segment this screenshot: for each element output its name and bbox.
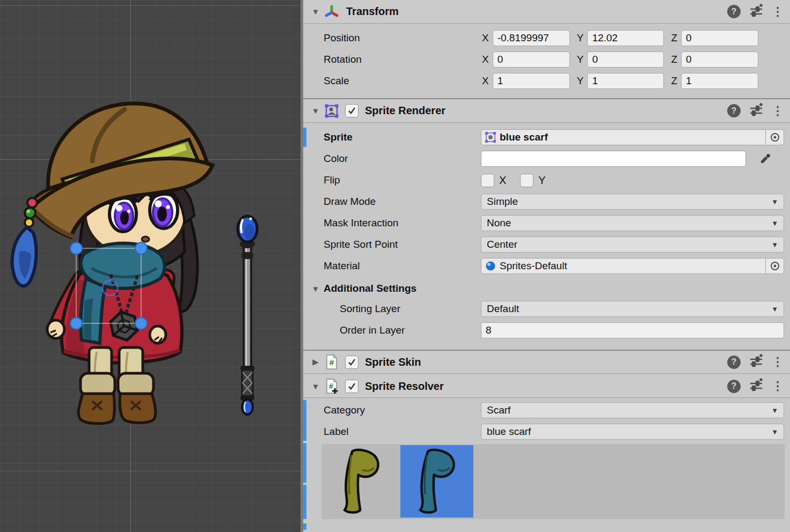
sprite-asset-icon	[485, 131, 496, 143]
field-label[interactable]: Sprite	[303, 131, 481, 143]
field-label[interactable]: Position	[303, 32, 481, 44]
dropdown-value: Simple	[487, 196, 518, 208]
axis-y-label: Y	[577, 75, 584, 87]
foldout-open-icon[interactable]: ▼	[310, 382, 321, 391]
dropdown-value: Default	[487, 303, 519, 315]
field-label[interactable]: Flip	[303, 174, 481, 186]
sprite-sort-point-dropdown[interactable]: Center ▼	[481, 237, 784, 253]
additional-settings-foldout[interactable]: ▼ Additional Settings	[303, 279, 790, 298]
transform-header[interactable]: ▼ Transform ? ⋮	[303, 0, 790, 24]
rotation-row: Rotation X Y Z	[303, 49, 790, 70]
sprite-skin-header[interactable]: ▶ # Sprite Skin ?	[303, 351, 790, 374]
more-menu-icon[interactable]: ⋮	[772, 6, 784, 18]
rotation-z-input[interactable]	[681, 51, 758, 68]
position-y-input[interactable]	[587, 30, 664, 46]
order-in-layer-row: Order in Layer	[303, 320, 790, 341]
object-picker-icon[interactable]	[765, 130, 784, 145]
sprite-renderer-header[interactable]: ▼ Sprite Renderer ?	[303, 99, 790, 123]
sprite-thumbnail-blue-scarf[interactable]	[400, 445, 473, 518]
more-menu-icon[interactable]: ⋮	[772, 105, 784, 117]
component-title: Sprite Resolver	[365, 380, 444, 393]
svg-text:#: #	[329, 382, 333, 390]
eyedropper-icon[interactable]	[746, 151, 784, 167]
scale-x-input[interactable]	[493, 73, 570, 89]
prefab-override-bar	[303, 523, 306, 530]
rotation-x-input[interactable]	[493, 51, 570, 68]
staff-sprite[interactable]	[238, 216, 257, 415]
presets-icon[interactable]	[749, 378, 763, 394]
object-picker-icon[interactable]	[765, 258, 784, 274]
field-label[interactable]: Sorting Layer	[303, 303, 481, 315]
scale-z-input[interactable]	[681, 73, 758, 89]
material-asset-icon	[485, 260, 496, 272]
help-icon[interactable]: ?	[727, 104, 741, 117]
category-row: Category Scarf ▼	[303, 400, 790, 421]
character-sprite[interactable]	[12, 104, 213, 424]
foldout-open-icon[interactable]: ▼	[310, 106, 321, 115]
sprite-thumbnail-green-scarf[interactable]	[328, 446, 394, 518]
color-swatch[interactable]	[481, 151, 746, 167]
transform-icon	[324, 4, 340, 20]
flip-row: Flip X Y	[303, 169, 790, 191]
chevron-down-icon: ▼	[771, 198, 778, 206]
axis-z-label: Z	[671, 75, 677, 87]
additional-settings-label: Additional Settings	[324, 283, 416, 294]
position-x-input[interactable]	[493, 30, 570, 46]
field-label[interactable]: Order in Layer	[303, 324, 481, 336]
component-title: Transform	[346, 5, 399, 18]
component-enabled-checkbox[interactable]	[345, 356, 359, 369]
sorting-layer-dropdown[interactable]: Default ▼	[481, 301, 784, 317]
svg-text:#: #	[330, 358, 334, 367]
presets-icon[interactable]	[749, 103, 763, 119]
foldout-open-icon[interactable]: ▼	[310, 284, 321, 293]
label-dropdown[interactable]: blue scarf ▼	[481, 424, 784, 440]
script-icon: #	[324, 354, 340, 370]
field-label[interactable]: Material	[303, 260, 481, 272]
more-menu-icon[interactable]: ⋮	[772, 356, 784, 368]
sprite-object-field[interactable]: blue scarf	[481, 129, 784, 145]
component-enabled-checkbox[interactable]	[345, 380, 359, 393]
help-icon[interactable]: ?	[727, 5, 741, 18]
field-label[interactable]: Rotation	[303, 54, 481, 65]
foldout-closed-icon[interactable]: ▶	[310, 357, 321, 367]
category-dropdown[interactable]: Scarf ▼	[481, 402, 784, 418]
order-in-layer-input[interactable]	[481, 322, 784, 338]
rotation-y-input[interactable]	[587, 51, 664, 68]
flip-y-checkbox[interactable]	[520, 174, 533, 187]
axis-x-label: X	[482, 54, 489, 65]
field-label[interactable]: Label	[303, 426, 481, 438]
scene-view[interactable]	[0, 0, 301, 532]
field-label[interactable]: Category	[303, 404, 481, 416]
draw-mode-row: Draw Mode Simple ▼	[303, 191, 790, 212]
script-plus-icon: #	[324, 378, 340, 394]
field-label[interactable]: Draw Mode	[303, 196, 481, 208]
presets-icon[interactable]	[749, 354, 763, 370]
field-label[interactable]: Color	[303, 153, 481, 165]
presets-icon[interactable]	[749, 4, 763, 20]
mask-interaction-dropdown[interactable]: None ▼	[481, 215, 784, 231]
draw-mode-dropdown[interactable]: Simple ▼	[481, 194, 784, 210]
label-row: Label blue scarf ▼	[303, 421, 790, 442]
sprite-renderer-icon	[324, 103, 340, 119]
material-object-field[interactable]: Sprites-Default	[481, 258, 784, 274]
sprite-resolver-header[interactable]: ▼ # Sprite Resolver ?	[303, 375, 790, 398]
axis-x-label: X	[482, 32, 489, 44]
axis-x-label: X	[482, 75, 489, 87]
foldout-open-icon[interactable]: ▼	[310, 7, 321, 16]
help-icon[interactable]: ?	[727, 356, 741, 369]
flip-x-checkbox[interactable]	[481, 174, 494, 187]
field-label[interactable]: Scale	[303, 75, 481, 87]
component-enabled-checkbox[interactable]	[345, 104, 359, 117]
field-label[interactable]: Mask Interaction	[303, 217, 481, 229]
axis-z-label: Z	[671, 54, 677, 65]
field-label[interactable]: Sprite Sort Point	[303, 239, 481, 250]
scale-y-input[interactable]	[587, 73, 664, 89]
chevron-down-icon: ▼	[771, 305, 778, 313]
prefab-override-bar	[303, 485, 306, 519]
inspector-panel: ▼ Transform ? ⋮	[303, 0, 790, 532]
scale-row: Scale X Y Z	[303, 70, 790, 92]
position-z-input[interactable]	[681, 30, 758, 46]
more-menu-icon[interactable]: ⋮	[772, 380, 784, 392]
help-icon[interactable]: ?	[727, 380, 741, 393]
chevron-down-icon: ▼	[771, 219, 778, 227]
